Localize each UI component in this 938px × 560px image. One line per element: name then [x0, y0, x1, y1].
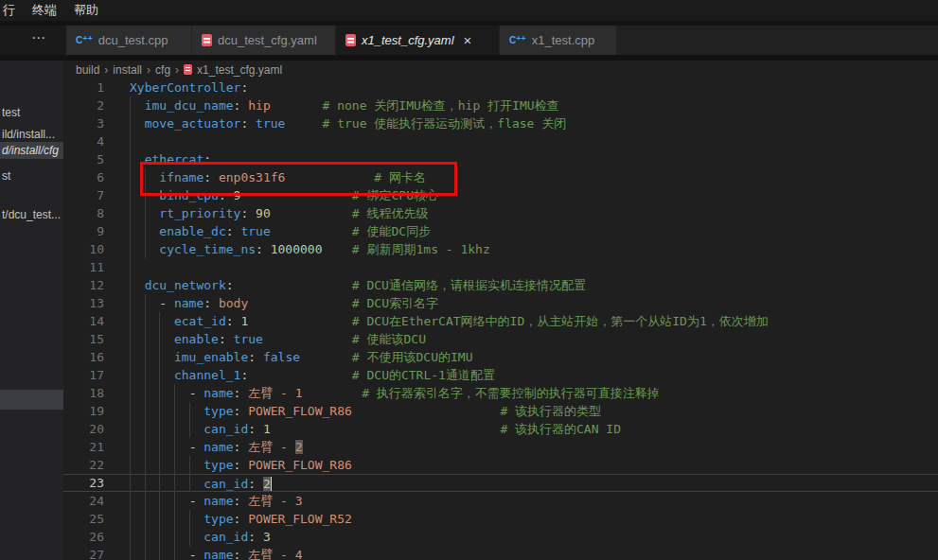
- line-content: channel_1: # DCU的CTRL-1通道配置: [130, 366, 938, 384]
- code-line-11[interactable]: 11: [63, 258, 938, 276]
- code-line-1[interactable]: 1XyberController:: [63, 79, 938, 96]
- sidebar-item-3[interactable]: st: [0, 167, 63, 184]
- code-line-4[interactable]: 4: [63, 132, 938, 150]
- code-line-26[interactable]: 26 can_id: 3: [63, 528, 938, 546]
- code-line-9[interactable]: 9 enable_dc: true # 使能DC同步: [63, 222, 938, 240]
- line-content: ethercat:: [130, 150, 938, 168]
- tab-x1_test_cfg.yaml[interactable]: x1_test_cfg.yaml×: [336, 26, 499, 55]
- code-line-19[interactable]: 19 type: POWER_FLOW_R86 # 该执行器的类型: [63, 402, 938, 420]
- breadcrumb-item-cfg[interactable]: cfg: [155, 63, 170, 77]
- tab-bar: ⋯ C⁺⁺dcu_test.cppdcu_test_cfg.yamlx1_tes…: [0, 26, 938, 55]
- cpp-file-icon: C⁺⁺: [509, 35, 526, 45]
- line-number[interactable]: 4: [63, 132, 104, 150]
- menu-item-0[interactable]: 行: [1, 0, 24, 21]
- line-number[interactable]: 10: [63, 240, 104, 258]
- line-number[interactable]: 26: [63, 528, 104, 546]
- line-content: - name: 左臂 - 3: [130, 492, 938, 510]
- line-number[interactable]: 17: [63, 366, 104, 384]
- code-line-7[interactable]: 7 bind_cpu: 9 # 绑定CPU核心: [63, 186, 938, 204]
- line-number[interactable]: 5: [63, 150, 104, 168]
- tab-x1_test.cpp[interactable]: C⁺⁺x1_test.cpp: [500, 26, 616, 55]
- code-area[interactable]: 1XyberController:2 imu_dcu_name: hip # n…: [63, 79, 938, 560]
- code-line-18[interactable]: 18 - name: 左臂 - 1 # 执行器索引名字，不需要控制的执行器可直接…: [63, 384, 938, 402]
- line-number[interactable]: 25: [63, 510, 104, 528]
- breadcrumb-separator: ›: [104, 63, 108, 77]
- code-line-25[interactable]: 25 type: POWER_FLOW_R52: [63, 510, 938, 528]
- breadcrumb-item-install[interactable]: install: [113, 63, 142, 77]
- sidebar-item-4[interactable]: t/dcu_test...: [0, 206, 63, 223]
- code-line-21[interactable]: 21 - name: 左臂 - 2: [63, 438, 938, 456]
- line-content: dcu_network: # DCU通信网络，请根据实机连接情况配置: [130, 276, 938, 294]
- line-content: enable_dc: true # 使能DC同步: [130, 222, 938, 240]
- tab-dcu_test.cpp[interactable]: C⁺⁺dcu_test.cpp: [66, 26, 191, 55]
- line-number[interactable]: 24: [63, 492, 104, 510]
- line-number[interactable]: 23: [63, 474, 104, 492]
- line-number[interactable]: 7: [63, 186, 104, 204]
- line-content: can_id: 3: [130, 528, 938, 546]
- line-number[interactable]: 20: [63, 420, 104, 438]
- code-line-20[interactable]: 20 can_id: 1 # 该执行器的CAN ID: [63, 420, 938, 438]
- code-line-16[interactable]: 16 imu_enable: false # 不使用该DCU的IMU: [63, 348, 938, 366]
- line-content: - name: 左臂 - 2: [130, 438, 938, 456]
- code-line-12[interactable]: 12 dcu_network: # DCU通信网络，请根据实机连接情况配置: [63, 276, 938, 294]
- line-content: imu_dcu_name: hip # none 关闭IMU检查，hip 打开I…: [130, 96, 938, 114]
- menu-item-1[interactable]: 终端: [24, 0, 65, 21]
- code-line-2[interactable]: 2 imu_dcu_name: hip # none 关闭IMU检查，hip 打…: [63, 96, 938, 114]
- code-line-6[interactable]: 6 ifname: enp0s31f6 # 网卡名: [63, 168, 938, 186]
- code-line-24[interactable]: 24 - name: 左臂 - 3: [63, 492, 938, 510]
- line-content: move_actuator: true # true 使能执行器运动测试，fla…: [130, 114, 938, 132]
- menu-item-2[interactable]: 帮助: [65, 0, 107, 21]
- code-line-27[interactable]: 27 - name: 左臂 - 4: [63, 546, 938, 560]
- code-line-23[interactable]: 23 can_id: 2: [63, 474, 938, 492]
- line-content: enable: true # 使能该DCU: [130, 330, 938, 348]
- line-number[interactable]: 12: [63, 276, 104, 294]
- line-number[interactable]: 14: [63, 312, 104, 330]
- editor[interactable]: build›install›cfg›x1_test_cfg.yaml 1Xybe…: [63, 61, 938, 560]
- close-icon[interactable]: ×: [464, 33, 472, 47]
- sidebar-item-1[interactable]: ild/install...: [0, 126, 63, 143]
- code-line-13[interactable]: 13 - name: body # DCU索引名字: [63, 294, 938, 312]
- line-number[interactable]: 2: [63, 96, 104, 114]
- tab-bar-lead: ⋯: [0, 26, 66, 55]
- line-number[interactable]: 21: [63, 438, 104, 456]
- tab-label: dcu_test.cpp: [98, 33, 168, 47]
- line-number[interactable]: 16: [63, 348, 104, 366]
- line-number[interactable]: 19: [63, 402, 104, 420]
- sidebar: testild/install...d/install/cfgstt/dcu_t…: [0, 61, 63, 560]
- more-actions-icon[interactable]: ⋯: [31, 29, 46, 46]
- breadcrumb-item-build[interactable]: build: [76, 63, 99, 77]
- indent-guides: [130, 132, 131, 150]
- line-content: - name: 左臂 - 4: [130, 546, 938, 560]
- line-number[interactable]: 1: [63, 79, 104, 96]
- line-number[interactable]: 6: [63, 168, 104, 186]
- code-line-17[interactable]: 17 channel_1: # DCU的CTRL-1通道配置: [63, 366, 938, 384]
- line-number[interactable]: 8: [63, 204, 104, 222]
- code-line-15[interactable]: 15 enable: true # 使能该DCU: [63, 330, 938, 348]
- line-content: cycle_time_ns: 1000000 # 刷新周期1ms - 1khz: [130, 240, 938, 258]
- yaml-file-icon: [202, 34, 212, 46]
- line-number[interactable]: 9: [63, 222, 104, 240]
- code-line-14[interactable]: 14 ecat_id: 1 # DCU在EtherCAT网络中的ID，从主站开始…: [63, 312, 938, 330]
- code-line-8[interactable]: 8 rt_priority: 90 # 线程优先级: [63, 204, 938, 222]
- line-number[interactable]: 15: [63, 330, 104, 348]
- breadcrumb-file[interactable]: x1_test_cfg.yaml: [197, 63, 282, 77]
- code-line-10[interactable]: 10 cycle_time_ns: 1000000 # 刷新周期1ms - 1k…: [63, 240, 938, 258]
- line-content: ifname: enp0s31f6 # 网卡名: [130, 168, 938, 186]
- vscode-window: 行终端帮助 ⋯ C⁺⁺dcu_test.cppdcu_test_cfg.yaml…: [0, 0, 938, 560]
- line-number[interactable]: 3: [63, 114, 104, 132]
- code-line-5[interactable]: 5 ethercat:: [63, 150, 938, 168]
- sidebar-item-5[interactable]: [0, 390, 63, 410]
- code-line-22[interactable]: 22 type: POWER_FLOW_R86: [63, 456, 938, 474]
- line-number[interactable]: 13: [63, 294, 104, 312]
- line-number[interactable]: 27: [63, 546, 104, 560]
- line-number[interactable]: 22: [63, 456, 104, 474]
- code-line-3[interactable]: 3 move_actuator: true # true 使能执行器运动测试，f…: [63, 114, 938, 132]
- line-number[interactable]: 18: [63, 384, 104, 402]
- sidebar-item-2[interactable]: d/install/cfg: [0, 142, 63, 159]
- line-number[interactable]: 11: [63, 258, 104, 276]
- sidebar-item-0[interactable]: test: [0, 104, 63, 121]
- line-content: can_id: 1 # 该执行器的CAN ID: [130, 420, 938, 438]
- tab-label: x1_test.cpp: [532, 33, 595, 47]
- tab-dcu_test_cfg.yaml[interactable]: dcu_test_cfg.yaml: [192, 26, 335, 55]
- main-area: testild/install...d/install/cfgstt/dcu_t…: [0, 61, 938, 560]
